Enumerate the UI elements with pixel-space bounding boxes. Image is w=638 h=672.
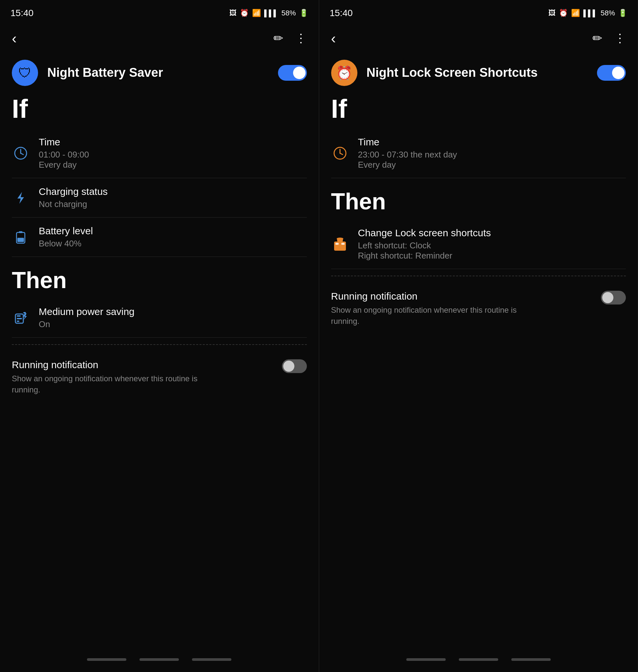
- wifi-icon-2: 📶: [571, 9, 580, 17]
- svg-line-2: [21, 153, 23, 154]
- app-title-2: Night Lock Screen Shortcuts: [367, 65, 588, 80]
- svg-rect-6: [17, 238, 24, 242]
- status-bar-2: 15:40 🖼 ⏰ 📶 ▌▌▌ 58% 🔋: [319, 0, 638, 23]
- alarm-icon-2: ⏰: [559, 9, 568, 17]
- time-title-2: Time: [358, 136, 626, 148]
- edit-icon-1[interactable]: ✏: [273, 32, 283, 45]
- battery-condition-text-1: Battery level Below 40%: [39, 225, 307, 249]
- gallery-icon-1: 🖼: [230, 9, 237, 17]
- home-bar-2a: [406, 658, 446, 661]
- svg-rect-17: [335, 243, 339, 245]
- more-icon-1[interactable]: ⋮: [295, 32, 307, 45]
- home-bar-1a: [87, 658, 127, 661]
- status-bar-1: 15:40 🖼 ⏰ 📶 ▌▌▌ 58% 🔋: [0, 0, 319, 23]
- time-icon-2: [331, 145, 349, 162]
- status-icons-1: 🖼 ⏰ 📶 ▌▌▌ 58% 🔋: [230, 9, 308, 17]
- running-notif-sub-2: Show an ongoing notification whenever th…: [331, 304, 521, 326]
- battery-1: 58%: [281, 9, 296, 17]
- running-notif-toggle-1[interactable]: [282, 359, 307, 373]
- dotted-divider-1: [12, 344, 307, 345]
- back-button-1[interactable]: ‹: [12, 30, 17, 47]
- gallery-icon-2: 🖼: [549, 9, 556, 17]
- status-time-1: 15:40: [11, 8, 33, 18]
- power-saving-icon-1: [12, 309, 30, 327]
- svg-marker-3: [17, 192, 24, 204]
- running-notif-knob-2: [602, 292, 614, 303]
- svg-rect-8: [17, 315, 21, 317]
- panel-2: 15:40 🖼 ⏰ 📶 ▌▌▌ 58% 🔋 ‹ ✏ ⋮ ⏰ Night Lock…: [319, 0, 638, 672]
- battery-shield-icon: 🛡: [18, 66, 32, 80]
- power-saving-action-1[interactable]: Medium power saving On: [12, 298, 307, 338]
- main-toggle-2[interactable]: [597, 65, 626, 81]
- signal-icon-2: ▌▌▌: [583, 10, 597, 17]
- svg-rect-18: [341, 243, 345, 245]
- top-bar-1: ‹ ✏ ⋮: [0, 23, 319, 53]
- running-notif-toggle-2[interactable]: [601, 291, 626, 304]
- running-notif-title-2: Running notification: [331, 291, 521, 302]
- time-icon-1: [12, 145, 30, 162]
- home-indicator-2: [319, 652, 638, 672]
- top-bar-right-1: ✏ ⋮: [273, 32, 307, 45]
- lockscreen-subtitle-2: Left shortcut: Clock Right shortcut: Rem…: [358, 240, 626, 261]
- running-notif-content-2: Running notification Show an ongoing not…: [331, 291, 521, 326]
- app-icon-2: ⏰: [331, 60, 357, 86]
- svg-rect-9: [17, 318, 22, 319]
- running-notif-title-1: Running notification: [12, 359, 202, 370]
- home-bar-2c: [511, 658, 551, 661]
- lockscreen-text-2: Change Lock screen shortcuts Left shortc…: [358, 228, 626, 261]
- svg-marker-12: [23, 313, 27, 320]
- home-indicator-1: [0, 652, 319, 672]
- section-content-1: If Time 01:00 - 09:00 Every day: [0, 96, 319, 652]
- charging-icon-1: [12, 189, 30, 207]
- running-notif-content-1: Running notification Show an ongoing not…: [12, 359, 202, 395]
- charging-condition-1[interactable]: Charging status Not charging: [12, 178, 307, 218]
- home-bar-1b: [139, 658, 179, 661]
- if-label-2: If: [331, 96, 626, 122]
- home-bar-2b: [459, 658, 498, 661]
- running-notif-top-1: Running notification Show an ongoing not…: [12, 359, 307, 395]
- alarm-icon-1: ⏰: [240, 9, 249, 17]
- app-header-1: 🛡 Night Battery Saver: [0, 53, 319, 96]
- battery-2: 58%: [601, 9, 615, 17]
- power-saving-subtitle-1: On: [39, 319, 307, 330]
- main-toggle-1[interactable]: [278, 65, 307, 81]
- svg-rect-10: [17, 321, 19, 322]
- time-condition-2[interactable]: Time 23:00 - 07:30 the next day Every da…: [331, 129, 626, 178]
- battery-icon-2: 🔋: [618, 9, 627, 17]
- time-subtitle-2: 23:00 - 07:30 the next day Every day: [358, 150, 626, 170]
- more-icon-2[interactable]: ⋮: [614, 32, 626, 45]
- time-condition-text-2: Time 23:00 - 07:30 the next day Every da…: [358, 136, 626, 170]
- running-notif-sub-1: Show an ongoing notification whenever th…: [12, 373, 202, 395]
- battery-level-subtitle-1: Below 40%: [39, 238, 307, 249]
- battery-level-icon-1: [12, 229, 30, 246]
- battery-condition-1[interactable]: Battery level Below 40%: [12, 218, 307, 257]
- toggle-knob-1: [293, 67, 305, 79]
- dotted-divider-2: [331, 275, 626, 276]
- status-time-2: 15:40: [330, 8, 353, 18]
- app-header-2: ⏰ Night Lock Screen Shortcuts: [319, 53, 638, 96]
- time-condition-text-1: Time 01:00 - 09:00 Every day: [39, 136, 307, 170]
- svg-line-15: [340, 153, 342, 154]
- signal-icon-1: ▌▌▌: [264, 10, 278, 17]
- edit-icon-2[interactable]: ✏: [592, 32, 602, 45]
- running-notification-2: Running notification Show an ongoing not…: [331, 283, 626, 334]
- time-title-1: Time: [39, 136, 307, 148]
- home-bar-1c: [192, 658, 231, 661]
- back-button-2[interactable]: ‹: [331, 30, 336, 47]
- time-subtitle-1: 01:00 - 09:00 Every day: [39, 150, 307, 170]
- running-notif-top-2: Running notification Show an ongoing not…: [331, 291, 626, 326]
- time-condition-1[interactable]: Time 01:00 - 09:00 Every day: [12, 129, 307, 178]
- alarm-clock-icon: ⏰: [336, 65, 352, 81]
- app-title-1: Night Battery Saver: [47, 65, 269, 80]
- running-notif-knob-1: [283, 360, 295, 372]
- lockscreen-icon-2: [331, 235, 349, 253]
- then-label-1: Then: [12, 269, 307, 292]
- top-bar-2: ‹ ✏ ⋮: [319, 23, 638, 53]
- svg-rect-11: [23, 312, 26, 313]
- running-notification-1: Running notification Show an ongoing not…: [12, 351, 307, 403]
- charging-subtitle-1: Not charging: [39, 199, 307, 209]
- lockscreen-action-2[interactable]: Change Lock screen shortcuts Left shortc…: [331, 219, 626, 269]
- top-bar-right-2: ✏ ⋮: [592, 32, 626, 45]
- app-icon-1: 🛡: [12, 60, 38, 86]
- toggle-knob-2: [612, 67, 624, 79]
